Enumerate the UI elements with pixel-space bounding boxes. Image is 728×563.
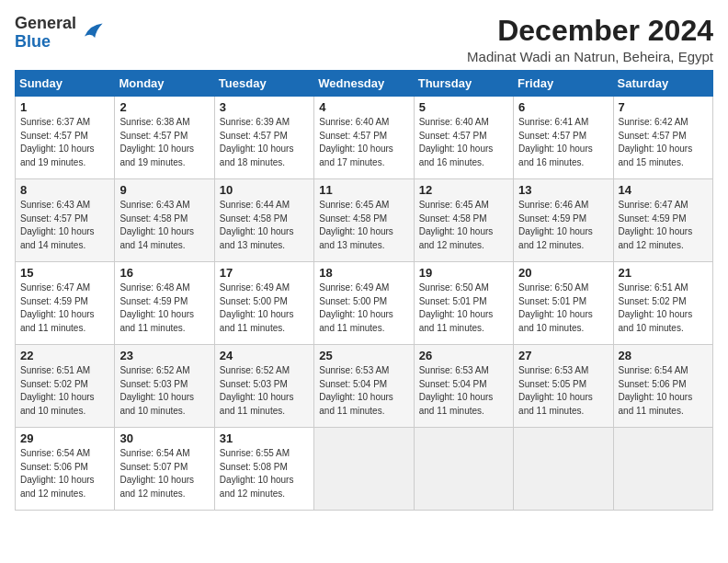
day-info: Sunrise: 6:38 AM Sunset: 4:57 PM Dayligh… <box>119 116 209 169</box>
day-number: 21 <box>619 266 708 280</box>
day-info: Sunrise: 6:49 AM Sunset: 5:00 PM Dayligh… <box>220 282 309 335</box>
day-info: Sunrise: 6:51 AM Sunset: 5:02 PM Dayligh… <box>619 282 708 335</box>
day-cell: 11 Sunrise: 6:45 AM Sunset: 4:58 PM Dayl… <box>314 179 414 262</box>
calendar-row: 8 Sunrise: 6:43 AM Sunset: 4:57 PM Dayli… <box>16 179 713 262</box>
day-info: Sunrise: 6:42 AM Sunset: 4:57 PM Dayligh… <box>619 116 708 169</box>
day-cell: 31 Sunrise: 6:55 AM Sunset: 5:08 PM Dayl… <box>214 428 313 511</box>
day-cell: 3 Sunrise: 6:39 AM Sunset: 4:57 PM Dayli… <box>214 97 313 179</box>
day-number: 29 <box>20 431 109 445</box>
day-number: 17 <box>220 266 309 280</box>
col-saturday: Saturday <box>613 71 712 97</box>
day-cell: 8 Sunrise: 6:43 AM Sunset: 4:57 PM Dayli… <box>16 179 115 262</box>
header-row: Sunday Monday Tuesday Wednesday Thursday… <box>16 71 713 97</box>
day-number: 6 <box>518 100 608 114</box>
day-cell: 10 Sunrise: 6:44 AM Sunset: 4:58 PM Dayl… <box>214 179 313 262</box>
day-cell: 14 Sunrise: 6:47 AM Sunset: 4:59 PM Dayl… <box>613 179 712 262</box>
day-cell: 24 Sunrise: 6:52 AM Sunset: 5:03 PM Dayl… <box>214 345 313 428</box>
col-wednesday: Wednesday <box>314 71 414 97</box>
day-info: Sunrise: 6:48 AM Sunset: 4:59 PM Dayligh… <box>119 282 209 335</box>
day-info: Sunrise: 6:43 AM Sunset: 4:57 PM Dayligh… <box>20 199 109 252</box>
day-info: Sunrise: 6:51 AM Sunset: 5:02 PM Dayligh… <box>20 364 109 418</box>
calendar-row: 1 Sunrise: 6:37 AM Sunset: 4:57 PM Dayli… <box>16 97 713 179</box>
day-number: 30 <box>119 431 209 445</box>
day-info: Sunrise: 6:39 AM Sunset: 4:57 PM Dayligh… <box>220 116 309 169</box>
day-info: Sunrise: 6:43 AM Sunset: 4:58 PM Dayligh… <box>119 199 209 252</box>
title-block: December 2024 Madinat Wadi an Natrun, Be… <box>467 15 713 64</box>
day-cell: 7 Sunrise: 6:42 AM Sunset: 4:57 PM Dayli… <box>613 97 712 179</box>
day-number: 4 <box>319 100 408 114</box>
day-info: Sunrise: 6:53 AM Sunset: 5:04 PM Dayligh… <box>419 364 508 418</box>
col-friday: Friday <box>514 71 613 97</box>
calendar-title: December 2024 <box>467 15 713 47</box>
day-number: 19 <box>419 266 508 280</box>
calendar-table: Sunday Monday Tuesday Wednesday Thursday… <box>15 70 713 511</box>
day-number: 16 <box>119 266 209 280</box>
day-info: Sunrise: 6:50 AM Sunset: 5:01 PM Dayligh… <box>518 282 608 335</box>
empty-cell <box>314 428 414 511</box>
calendar-row: 22 Sunrise: 6:51 AM Sunset: 5:02 PM Dayl… <box>16 345 713 428</box>
day-info: Sunrise: 6:44 AM Sunset: 4:58 PM Dayligh… <box>220 199 309 252</box>
day-cell: 30 Sunrise: 6:54 AM Sunset: 5:07 PM Dayl… <box>115 428 214 511</box>
day-info: Sunrise: 6:53 AM Sunset: 5:05 PM Dayligh… <box>518 364 608 418</box>
empty-cell <box>414 428 513 511</box>
day-cell: 21 Sunrise: 6:51 AM Sunset: 5:02 PM Dayl… <box>613 262 712 345</box>
day-cell: 2 Sunrise: 6:38 AM Sunset: 4:57 PM Dayli… <box>115 97 214 179</box>
logo-bird-icon <box>78 18 104 44</box>
day-cell: 25 Sunrise: 6:53 AM Sunset: 5:04 PM Dayl… <box>314 345 414 428</box>
day-number: 18 <box>319 266 408 280</box>
day-number: 31 <box>220 431 309 445</box>
calendar-row: 29 Sunrise: 6:54 AM Sunset: 5:06 PM Dayl… <box>16 428 713 511</box>
day-cell: 9 Sunrise: 6:43 AM Sunset: 4:58 PM Dayli… <box>115 179 214 262</box>
day-info: Sunrise: 6:41 AM Sunset: 4:57 PM Dayligh… <box>518 116 608 169</box>
day-cell: 23 Sunrise: 6:52 AM Sunset: 5:03 PM Dayl… <box>115 345 214 428</box>
day-info: Sunrise: 6:53 AM Sunset: 5:04 PM Dayligh… <box>319 364 408 418</box>
logo-general: General <box>15 14 76 32</box>
col-tuesday: Tuesday <box>214 71 313 97</box>
empty-cell <box>514 428 613 511</box>
day-number: 23 <box>119 349 209 362</box>
day-cell: 17 Sunrise: 6:49 AM Sunset: 5:00 PM Dayl… <box>214 262 313 345</box>
day-cell: 15 Sunrise: 6:47 AM Sunset: 4:59 PM Dayl… <box>16 262 115 345</box>
day-cell: 27 Sunrise: 6:53 AM Sunset: 5:05 PM Dayl… <box>514 345 613 428</box>
day-number: 24 <box>220 349 309 362</box>
day-info: Sunrise: 6:52 AM Sunset: 5:03 PM Dayligh… <box>119 364 209 418</box>
day-info: Sunrise: 6:49 AM Sunset: 5:00 PM Dayligh… <box>319 282 408 335</box>
day-info: Sunrise: 6:52 AM Sunset: 5:03 PM Dayligh… <box>220 364 309 418</box>
day-cell: 16 Sunrise: 6:48 AM Sunset: 4:59 PM Dayl… <box>115 262 214 345</box>
day-info: Sunrise: 6:47 AM Sunset: 4:59 PM Dayligh… <box>619 199 708 252</box>
day-cell: 20 Sunrise: 6:50 AM Sunset: 5:01 PM Dayl… <box>514 262 613 345</box>
day-info: Sunrise: 6:37 AM Sunset: 4:57 PM Dayligh… <box>20 116 109 169</box>
calendar-row: 15 Sunrise: 6:47 AM Sunset: 4:59 PM Dayl… <box>16 262 713 345</box>
day-number: 20 <box>518 266 608 280</box>
day-info: Sunrise: 6:55 AM Sunset: 5:08 PM Dayligh… <box>220 447 309 500</box>
day-number: 22 <box>20 349 109 362</box>
day-cell: 12 Sunrise: 6:45 AM Sunset: 4:58 PM Dayl… <box>414 179 513 262</box>
day-number: 9 <box>119 183 209 197</box>
day-info: Sunrise: 6:47 AM Sunset: 4:59 PM Dayligh… <box>20 282 109 335</box>
day-cell: 22 Sunrise: 6:51 AM Sunset: 5:02 PM Dayl… <box>16 345 115 428</box>
calendar-header: General Blue December 2024 Madinat Wadi … <box>15 15 713 64</box>
day-info: Sunrise: 6:54 AM Sunset: 5:07 PM Dayligh… <box>119 447 209 500</box>
day-cell: 13 Sunrise: 6:46 AM Sunset: 4:59 PM Dayl… <box>514 179 613 262</box>
col-thursday: Thursday <box>414 71 513 97</box>
day-info: Sunrise: 6:45 AM Sunset: 4:58 PM Dayligh… <box>319 199 408 252</box>
calendar-subtitle: Madinat Wadi an Natrun, Beheira, Egypt <box>467 49 713 64</box>
day-cell: 4 Sunrise: 6:40 AM Sunset: 4:57 PM Dayli… <box>314 97 414 179</box>
day-number: 25 <box>319 349 408 362</box>
logo-text: General Blue <box>15 15 76 52</box>
day-number: 13 <box>518 183 608 197</box>
day-number: 14 <box>619 183 708 197</box>
day-info: Sunrise: 6:54 AM Sunset: 5:06 PM Dayligh… <box>20 447 109 500</box>
day-info: Sunrise: 6:50 AM Sunset: 5:01 PM Dayligh… <box>419 282 508 335</box>
day-info: Sunrise: 6:40 AM Sunset: 4:57 PM Dayligh… <box>319 116 408 169</box>
day-info: Sunrise: 6:46 AM Sunset: 4:59 PM Dayligh… <box>518 199 608 252</box>
day-cell: 28 Sunrise: 6:54 AM Sunset: 5:06 PM Dayl… <box>613 345 712 428</box>
logo: General Blue <box>15 15 104 52</box>
col-sunday: Sunday <box>16 71 115 97</box>
day-number: 26 <box>419 349 508 362</box>
day-cell: 5 Sunrise: 6:40 AM Sunset: 4:57 PM Dayli… <box>414 97 513 179</box>
day-number: 8 <box>20 183 109 197</box>
day-number: 12 <box>419 183 508 197</box>
day-number: 10 <box>220 183 309 197</box>
day-info: Sunrise: 6:45 AM Sunset: 4:58 PM Dayligh… <box>419 199 508 252</box>
